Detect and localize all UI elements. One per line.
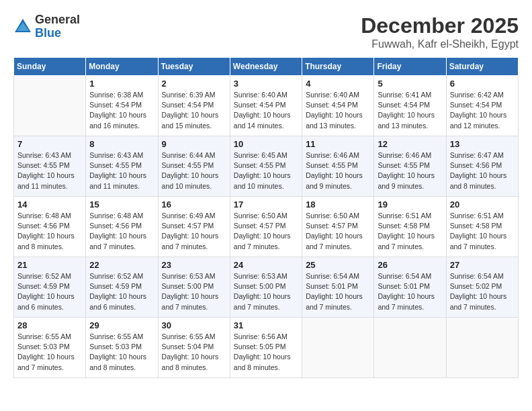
calendar-cell: 7Sunrise: 6:43 AMSunset: 4:55 PMDaylight… <box>14 136 86 197</box>
day-number: 27 <box>450 260 515 270</box>
day-info: Sunrise: 6:46 AMSunset: 4:55 PMDaylight:… <box>378 150 442 191</box>
day-number: 21 <box>17 260 82 270</box>
calendar-cell <box>14 76 86 136</box>
weekday-header-sunday: Sunday <box>14 58 86 76</box>
calendar-cell: 16Sunrise: 6:49 AMSunset: 4:57 PMDayligh… <box>158 197 230 257</box>
day-number: 24 <box>234 260 298 270</box>
day-info: Sunrise: 6:47 AMSunset: 4:56 PMDaylight:… <box>450 150 515 191</box>
calendar-cell: 2Sunrise: 6:39 AMSunset: 4:54 PMDaylight… <box>158 76 230 136</box>
calendar-cell: 3Sunrise: 6:40 AMSunset: 4:54 PMDaylight… <box>230 76 302 136</box>
calendar-cell: 11Sunrise: 6:46 AMSunset: 4:55 PMDayligh… <box>302 136 374 197</box>
weekday-header-thursday: Thursday <box>302 58 374 76</box>
calendar-cell: 4Sunrise: 6:40 AMSunset: 4:54 PMDaylight… <box>302 76 374 136</box>
day-info: Sunrise: 6:56 AMSunset: 5:05 PMDaylight:… <box>234 332 298 373</box>
day-info: Sunrise: 6:40 AMSunset: 4:54 PMDaylight:… <box>234 90 298 131</box>
calendar-cell: 29Sunrise: 6:55 AMSunset: 5:03 PMDayligh… <box>86 318 158 378</box>
calendar-cell <box>374 318 446 378</box>
calendar-cell: 12Sunrise: 6:46 AMSunset: 4:55 PMDayligh… <box>374 136 446 197</box>
weekday-header-monday: Monday <box>86 58 158 76</box>
month-title: December 2025 <box>361 13 519 38</box>
day-info: Sunrise: 6:38 AMSunset: 4:54 PMDaylight:… <box>89 90 154 131</box>
location-title: Fuwwah, Kafr el-Sheikh, Egypt <box>361 38 519 50</box>
day-number: 23 <box>162 260 226 270</box>
day-number: 14 <box>17 199 82 210</box>
day-number: 28 <box>17 320 82 330</box>
day-number: 6 <box>450 79 515 89</box>
calendar-cell: 14Sunrise: 6:48 AMSunset: 4:56 PMDayligh… <box>14 197 86 257</box>
day-info: Sunrise: 6:52 AMSunset: 4:59 PMDaylight:… <box>17 271 82 312</box>
calendar-week-row: 21Sunrise: 6:52 AMSunset: 4:59 PMDayligh… <box>14 257 519 318</box>
calendar-table: SundayMondayTuesdayWednesdayThursdayFrid… <box>13 57 519 378</box>
day-number: 29 <box>89 320 154 330</box>
weekday-header-tuesday: Tuesday <box>158 58 230 76</box>
calendar-cell: 31Sunrise: 6:56 AMSunset: 5:05 PMDayligh… <box>230 318 302 378</box>
day-number: 30 <box>162 320 226 330</box>
day-info: Sunrise: 6:50 AMSunset: 4:57 PMDaylight:… <box>234 211 298 252</box>
day-number: 15 <box>89 199 154 210</box>
day-info: Sunrise: 6:50 AMSunset: 4:57 PMDaylight:… <box>306 211 370 252</box>
day-info: Sunrise: 6:53 AMSunset: 5:00 PMDaylight:… <box>234 271 298 312</box>
day-info: Sunrise: 6:51 AMSunset: 4:58 PMDaylight:… <box>378 211 442 252</box>
calendar-cell: 8Sunrise: 6:43 AMSunset: 4:55 PMDaylight… <box>86 136 158 197</box>
day-info: Sunrise: 6:43 AMSunset: 4:55 PMDaylight:… <box>89 150 154 191</box>
day-number: 12 <box>378 139 442 149</box>
day-info: Sunrise: 6:41 AMSunset: 4:54 PMDaylight:… <box>378 90 442 131</box>
day-info: Sunrise: 6:49 AMSunset: 4:57 PMDaylight:… <box>162 211 226 252</box>
day-number: 13 <box>450 139 515 149</box>
calendar-cell: 20Sunrise: 6:51 AMSunset: 4:58 PMDayligh… <box>446 197 518 257</box>
calendar-cell: 22Sunrise: 6:52 AMSunset: 4:59 PMDayligh… <box>86 257 158 318</box>
logo-text: General Blue <box>35 13 80 40</box>
day-number: 18 <box>306 199 370 210</box>
calendar-cell: 27Sunrise: 6:54 AMSunset: 5:02 PMDayligh… <box>446 257 518 318</box>
calendar-cell: 17Sunrise: 6:50 AMSunset: 4:57 PMDayligh… <box>230 197 302 257</box>
day-info: Sunrise: 6:55 AMSunset: 5:04 PMDaylight:… <box>162 332 226 373</box>
calendar-cell: 19Sunrise: 6:51 AMSunset: 4:58 PMDayligh… <box>374 197 446 257</box>
day-number: 11 <box>306 139 370 149</box>
calendar-cell: 24Sunrise: 6:53 AMSunset: 5:00 PMDayligh… <box>230 257 302 318</box>
calendar-cell <box>302 318 374 378</box>
day-number: 25 <box>306 260 370 270</box>
day-number: 16 <box>162 199 226 210</box>
day-info: Sunrise: 6:44 AMSunset: 4:55 PMDaylight:… <box>162 150 226 191</box>
day-number: 17 <box>234 199 298 210</box>
day-info: Sunrise: 6:55 AMSunset: 5:03 PMDaylight:… <box>89 332 154 373</box>
day-number: 20 <box>450 199 515 210</box>
day-number: 9 <box>162 139 226 149</box>
calendar-week-row: 14Sunrise: 6:48 AMSunset: 4:56 PMDayligh… <box>14 197 519 257</box>
calendar-cell: 18Sunrise: 6:50 AMSunset: 4:57 PMDayligh… <box>302 197 374 257</box>
day-number: 22 <box>89 260 154 270</box>
day-number: 8 <box>89 139 154 149</box>
day-info: Sunrise: 6:54 AMSunset: 5:02 PMDaylight:… <box>450 271 515 312</box>
day-info: Sunrise: 6:52 AMSunset: 4:59 PMDaylight:… <box>89 271 154 312</box>
title-block: December 2025 Fuwwah, Kafr el-Sheikh, Eg… <box>361 13 519 50</box>
day-info: Sunrise: 6:55 AMSunset: 5:03 PMDaylight:… <box>17 332 82 373</box>
calendar-cell: 21Sunrise: 6:52 AMSunset: 4:59 PMDayligh… <box>14 257 86 318</box>
calendar-cell: 10Sunrise: 6:45 AMSunset: 4:55 PMDayligh… <box>230 136 302 197</box>
day-info: Sunrise: 6:39 AMSunset: 4:54 PMDaylight:… <box>162 90 226 131</box>
day-info: Sunrise: 6:40 AMSunset: 4:54 PMDaylight:… <box>306 90 370 131</box>
calendar-week-row: 1Sunrise: 6:38 AMSunset: 4:54 PMDaylight… <box>14 76 519 136</box>
day-info: Sunrise: 6:54 AMSunset: 5:01 PMDaylight:… <box>378 271 442 312</box>
calendar-cell: 28Sunrise: 6:55 AMSunset: 5:03 PMDayligh… <box>14 318 86 378</box>
calendar-cell: 30Sunrise: 6:55 AMSunset: 5:04 PMDayligh… <box>158 318 230 378</box>
calendar-cell: 5Sunrise: 6:41 AMSunset: 4:54 PMDaylight… <box>374 76 446 136</box>
day-info: Sunrise: 6:46 AMSunset: 4:55 PMDaylight:… <box>306 150 370 191</box>
calendar-cell: 6Sunrise: 6:42 AMSunset: 4:54 PMDaylight… <box>446 76 518 136</box>
day-info: Sunrise: 6:43 AMSunset: 4:55 PMDaylight:… <box>17 150 82 191</box>
day-info: Sunrise: 6:42 AMSunset: 4:54 PMDaylight:… <box>450 90 515 131</box>
calendar-cell: 25Sunrise: 6:54 AMSunset: 5:01 PMDayligh… <box>302 257 374 318</box>
logo-icon <box>13 17 32 36</box>
weekday-header-friday: Friday <box>374 58 446 76</box>
day-info: Sunrise: 6:54 AMSunset: 5:01 PMDaylight:… <box>306 271 370 312</box>
day-info: Sunrise: 6:53 AMSunset: 5:00 PMDaylight:… <box>162 271 226 312</box>
logo: General Blue <box>13 13 80 40</box>
day-info: Sunrise: 6:51 AMSunset: 4:58 PMDaylight:… <box>450 211 515 252</box>
calendar-cell: 1Sunrise: 6:38 AMSunset: 4:54 PMDaylight… <box>86 76 158 136</box>
weekday-header-saturday: Saturday <box>446 58 518 76</box>
day-number: 19 <box>378 199 442 210</box>
day-info: Sunrise: 6:48 AMSunset: 4:56 PMDaylight:… <box>17 211 82 252</box>
calendar-cell: 9Sunrise: 6:44 AMSunset: 4:55 PMDaylight… <box>158 136 230 197</box>
calendar-cell: 23Sunrise: 6:53 AMSunset: 5:00 PMDayligh… <box>158 257 230 318</box>
calendar-cell: 15Sunrise: 6:48 AMSunset: 4:56 PMDayligh… <box>86 197 158 257</box>
calendar-cell: 26Sunrise: 6:54 AMSunset: 5:01 PMDayligh… <box>374 257 446 318</box>
